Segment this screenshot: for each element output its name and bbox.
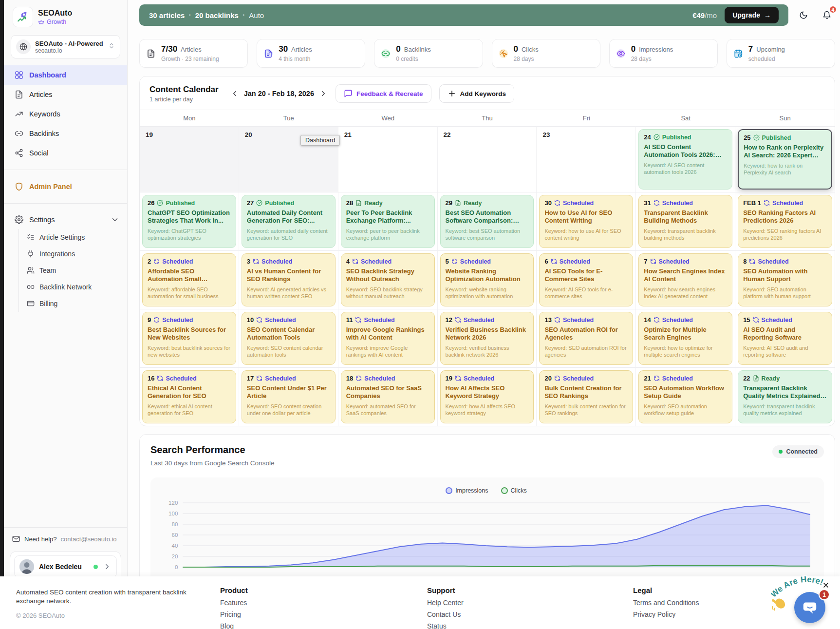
article-keyword: Keyword: SEO content calendar automation… [247, 344, 330, 359]
day-number: 15 [743, 316, 750, 324]
sidebar-item-integrations[interactable]: Integrations [19, 246, 127, 262]
article-card[interactable]: 27PublishedAutomated Daily Content Gener… [242, 195, 336, 248]
footer-link-terms-and-conditions[interactable]: Terms and Conditions [633, 599, 699, 607]
day-header-thu: Thu [438, 110, 537, 126]
feedback-recreate-button[interactable]: Feedback & Recreate [336, 84, 431, 103]
article-card[interactable]: 18ScheduledAutomated SEO for SaaS Compan… [341, 370, 435, 423]
legend-item-impressions[interactable]: Impressions [446, 487, 488, 494]
dark-mode-toggle[interactable] [795, 7, 812, 23]
article-card[interactable]: 13ScheduledSEO Automation ROI for Agenci… [539, 312, 633, 365]
article-card[interactable]: 19ScheduledHow AI Affects SEO Keyword St… [440, 370, 534, 423]
scheduled-status-icon [352, 258, 358, 265]
article-card[interactable]: 21ScheduledSEO Automation Workflow Setup… [638, 370, 732, 423]
footer-link-privacy-policy[interactable]: Privacy Policy [633, 610, 699, 618]
stat-label: Articles [181, 46, 202, 53]
stat-card-backlinks: 0Backlinks0 credits [374, 39, 483, 68]
sidebar-item-articles[interactable]: Articles [4, 85, 127, 104]
footer-link-pricing[interactable]: Pricing [220, 610, 248, 618]
article-card[interactable]: 17ScheduledSEO Content Under $1 Per Arti… [242, 370, 336, 423]
status-badge: Scheduled [464, 317, 494, 324]
footer-link-status[interactable]: Status [427, 622, 464, 629]
status-badge: Ready [762, 375, 780, 382]
sidebar-item-admin-panel[interactable]: Admin Panel [4, 177, 127, 196]
article-card[interactable]: 26PublishedChatGPT SEO Optimization Stra… [142, 195, 236, 248]
footer-link-blog[interactable]: Blog [220, 622, 248, 629]
sidebar-item-keywords[interactable]: Keywords [4, 104, 127, 124]
article-keyword: Keyword: ethical AI content generation f… [148, 403, 231, 417]
user-menu[interactable]: Alex Bedeleu [14, 555, 117, 578]
sidebar-item-backlink-network[interactable]: Backlink Network [19, 279, 127, 295]
day-number: 21 [644, 375, 651, 382]
upgrade-button[interactable]: Upgrade→ [725, 7, 779, 23]
article-card[interactable]: 7ScheduledHow Search Engines Index AI Co… [638, 253, 732, 306]
article-card[interactable]: 8ScheduledSEO Automation with Human Supp… [738, 253, 832, 306]
footer-link-contact-us[interactable]: Contact Us [427, 610, 464, 618]
sidebar-item-article-settings[interactable]: Article Settings [19, 229, 127, 246]
link-icon [15, 129, 23, 138]
article-card[interactable]: 5ScheduledWebsite Ranking Optimization A… [440, 253, 534, 306]
footer-link-help-center[interactable]: Help Center [427, 599, 464, 607]
calendar-day-headers: MonTueWedThuFriSatSun [140, 110, 835, 126]
workspace-selector[interactable]: SEOAuto - AI-Powered ... seoauto.io [11, 35, 120, 58]
article-title: Peer To Peer Backlink Exchange Platform:… [346, 209, 429, 225]
calendar-prev-button[interactable] [230, 89, 239, 98]
article-card[interactable]: 16ScheduledEthical AI Content Generation… [142, 370, 236, 423]
status-badge: Scheduled [361, 258, 392, 265]
status-badge: Ready [464, 200, 482, 207]
article-card[interactable]: 31ScheduledTransparent Backlink Building… [638, 195, 732, 248]
calendar-cell-8: 8ScheduledSEO Automation with Human Supp… [735, 250, 835, 309]
legend-item-clicks[interactable]: Clicks [501, 487, 527, 494]
article-card[interactable]: 29ReadyBest SEO Automation Software Comp… [440, 195, 534, 248]
article-card[interactable]: 6ScheduledAI SEO Tools for E-Commerce Si… [539, 253, 633, 306]
sidebar-item-dashboard[interactable]: Dashboard [4, 65, 127, 85]
main-content: 30 articles · 20 backlinks · Auto €49/mo… [128, 0, 840, 629]
day-number: 20 [245, 131, 252, 138]
calendar-cell-9: 9ScheduledBest Backlink Sources for New … [140, 309, 239, 367]
calendar-cell-27: 27PublishedAutomated Daily Content Gener… [239, 192, 338, 250]
article-card[interactable]: 12ScheduledVerified Business Backlink Ne… [440, 312, 534, 365]
article-card[interactable]: 28ReadyPeer To Peer Backlink Exchange Pl… [341, 195, 435, 248]
sidebar-item-settings[interactable]: Settings [4, 210, 127, 229]
calendar-cell-10: 10ScheduledSEO Content Calendar Automati… [239, 309, 338, 367]
add-keywords-button[interactable]: Add Keywords [439, 84, 515, 103]
article-card[interactable]: 3ScheduledAI vs Human Content for SEO Ra… [242, 253, 336, 306]
article-card[interactable]: 10ScheduledSEO Content Calendar Automati… [242, 312, 336, 365]
notifications-button[interactable]: 4 [819, 7, 835, 23]
online-status-dot [93, 565, 98, 569]
calendar-cell-7: 7ScheduledHow Search Engines Index AI Co… [636, 250, 735, 309]
article-card[interactable]: 20ScheduledBulk Content Creation for SEO… [539, 370, 633, 423]
chat-unread-badge: 1 [819, 589, 830, 600]
workspace-name: SEOAuto - AI-Powered ... [35, 40, 104, 47]
sidebar-item-billing[interactable]: Billing [19, 295, 127, 312]
article-card[interactable]: 25PublishedHow to Rank on Perplexity AI … [738, 129, 832, 190]
calendar-cell-31: 31ScheduledTransparent Backlink Building… [636, 192, 735, 250]
scheduled-status-icon [455, 317, 461, 323]
article-card[interactable]: 30ScheduledHow to Use AI for SEO Content… [539, 195, 633, 248]
sidebar-item-social[interactable]: Social [4, 143, 127, 163]
help-contact[interactable]: Need help? contact@seoauto.io [4, 527, 127, 550]
eye-icon [616, 49, 625, 58]
article-card[interactable]: FEB 1ScheduledSEO Ranking Factors AI Pre… [738, 195, 832, 248]
article-card[interactable]: 9ScheduledBest Backlink Sources for New … [142, 312, 236, 365]
calendar-cell-30: 30ScheduledHow to Use AI for SEO Content… [537, 192, 636, 250]
footer-link-features[interactable]: Features [220, 599, 248, 607]
article-title: How to Use AI for SEO Content Writing [544, 209, 628, 225]
article-keyword: Keyword: automated SEO for SaaS companie… [346, 403, 429, 417]
article-card[interactable]: 14ScheduledOptimize for Multiple Search … [638, 312, 732, 365]
scheduled-status-icon [157, 375, 163, 381]
article-card[interactable]: 15ScheduledAI SEO Audit and Reporting So… [738, 312, 832, 365]
stat-value: 0 [514, 44, 518, 54]
article-card[interactable]: 11ScheduledImprove Google Rankings with … [341, 312, 435, 365]
article-card[interactable]: 24PublishedAI SEO Content Automation Too… [638, 129, 732, 190]
status-badge: Scheduled [560, 258, 590, 265]
sidebar-item-label: Dashboard [29, 71, 66, 79]
sidebar-item-team[interactable]: Team [19, 262, 127, 279]
sidebar-item-backlinks[interactable]: Backlinks [4, 124, 127, 143]
calendar-cell-19: 19 [140, 126, 239, 192]
article-card[interactable]: 22ReadyTransparent Backlink Quality Metr… [738, 370, 832, 423]
calendar-next-button[interactable] [319, 89, 328, 98]
users-icon [27, 267, 35, 274]
article-card[interactable]: 4ScheduledSEO Backlink Strategy Without … [341, 253, 435, 306]
sidebar: SEOAuto Growth SEOAuto - AI-Powered ... … [4, 0, 128, 629]
article-card[interactable]: 2ScheduledAffordable SEO Automation Smal… [142, 253, 236, 306]
